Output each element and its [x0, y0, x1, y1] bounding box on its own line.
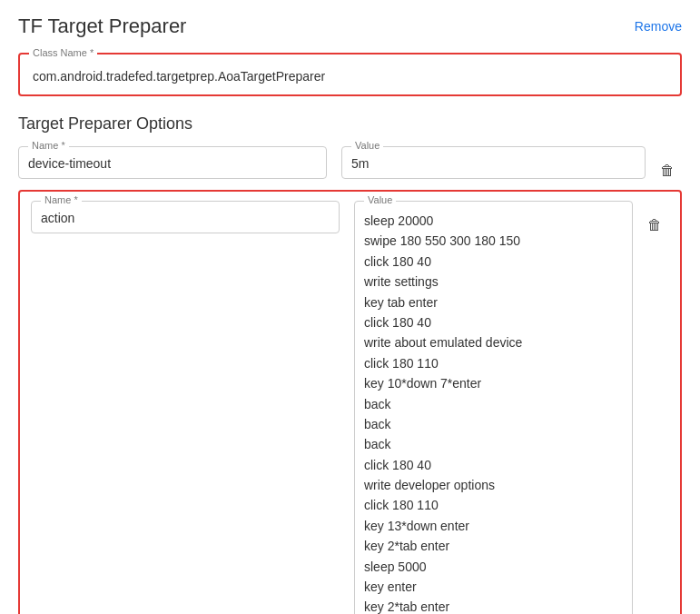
name-label-2: Name *	[41, 194, 82, 205]
trash-icon-1: 🗑	[660, 163, 675, 179]
class-name-label: Class Name *	[29, 47, 97, 58]
value-value-2: sleep 20000 swipe 180 550 300 180 150 cl…	[364, 209, 623, 614]
value-value-1: 5m	[351, 154, 636, 171]
name-field-2[interactable]: Name * action	[31, 201, 340, 233]
section-title: Target Preparer Options	[18, 114, 682, 134]
name-field-container-2: Name * action	[31, 201, 340, 233]
name-field-1[interactable]: Name * device-timeout	[18, 146, 327, 179]
class-name-section: Class Name * com.android.tradefed.target…	[18, 53, 682, 96]
value-label-1: Value	[351, 140, 383, 151]
options-row-2-wrapper: Name * action Value sleep 20000 swipe 18…	[18, 190, 682, 614]
options-row-1: Name * device-timeout Value 5m 🗑	[18, 146, 682, 179]
name-value-2: action	[41, 209, 330, 225]
value-field-1[interactable]: Value 5m	[341, 146, 646, 179]
page-header: TF Target Preparer Remove	[18, 15, 682, 38]
value-field-container-1: Value 5m	[341, 146, 646, 179]
name-label-1: Name *	[28, 140, 69, 151]
delete-button-2[interactable]: 🗑	[647, 210, 669, 233]
remove-link[interactable]: Remove	[635, 19, 682, 34]
value-field-2[interactable]: Value sleep 20000 swipe 180 550 300 180 …	[354, 201, 633, 614]
value-label-2: Value	[364, 194, 396, 205]
delete-button-1[interactable]: 🗑	[660, 155, 682, 179]
value-field-container-2: Value sleep 20000 swipe 180 550 300 180 …	[354, 201, 633, 614]
trash-icon-2: 🗑	[647, 217, 662, 233]
name-value-1: device-timeout	[28, 154, 317, 171]
class-name-value: com.android.tradefed.targetprep.AoaTarge…	[33, 65, 667, 84]
name-field-container-1: Name * device-timeout	[18, 146, 327, 179]
page-title: TF Target Preparer	[18, 15, 186, 38]
